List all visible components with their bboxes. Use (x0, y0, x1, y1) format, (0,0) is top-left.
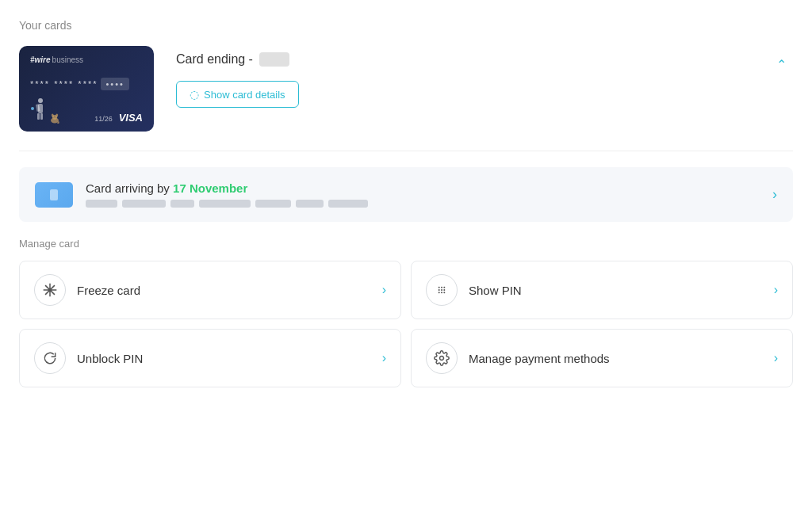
arriving-info: Card arriving by 17 November (86, 181, 760, 208)
arriving-date: 17 November (173, 181, 247, 195)
svg-point-18 (443, 287, 445, 288)
card-last-digits (259, 52, 289, 67)
freeze-card-item[interactable]: Freeze card › (19, 261, 401, 319)
svg-point-25 (440, 357, 444, 360)
svg-point-23 (441, 292, 442, 293)
manage-payment-item[interactable]: Manage payment methods › (411, 329, 793, 387)
card-info: Card ending - ◌ Show card details (154, 46, 793, 108)
svg-point-0 (38, 98, 43, 103)
refresh-icon (42, 350, 58, 366)
blurred-block-2 (122, 200, 166, 208)
blurred-block-4 (199, 200, 251, 208)
manage-grid: Freeze card › (19, 261, 793, 387)
svg-point-20 (441, 289, 442, 291)
show-pin-icon-circle (426, 274, 458, 306)
freeze-card-chevron-icon: › (382, 283, 386, 297)
gear-icon (434, 350, 450, 366)
manage-payment-icon-circle (426, 342, 458, 374)
card-expiry: 11/26 (94, 115, 113, 123)
arriving-card-section[interactable]: Card arriving by 17 November › (19, 167, 793, 222)
card-brand-suffix: business (52, 55, 83, 64)
freeze-icon-circle (34, 274, 66, 306)
card-section: #wire business **** **** **** •••• (19, 46, 793, 151)
svg-point-21 (443, 289, 445, 291)
manage-payment-chevron-icon: › (774, 351, 778, 365)
blurred-block-6 (296, 200, 324, 208)
arriving-card-icon (35, 182, 73, 208)
person-illustration (30, 97, 48, 124)
card-illustration (30, 97, 60, 124)
blurred-block-1 (86, 200, 117, 208)
svg-point-15 (48, 288, 51, 291)
svg-point-5 (31, 107, 34, 110)
unblock-pin-chevron-icon: › (382, 351, 386, 365)
page-container: Your cards #wire business **** **** ****… (0, 0, 812, 406)
unblock-pin-icon-circle (34, 342, 66, 374)
collapse-chevron-icon[interactable]: ⌃ (776, 57, 787, 72)
blurred-block-3 (170, 200, 194, 208)
card-ending-label: Card ending - (176, 52, 253, 67)
manage-section: Manage card Freeze card › (19, 238, 793, 387)
manage-payment-label: Manage payment methods (469, 352, 763, 365)
blurred-block-5 (255, 200, 291, 208)
svg-point-17 (441, 287, 442, 288)
snowflake-icon (42, 282, 58, 298)
eye-icon: ◌ (190, 88, 199, 101)
card-chip (50, 189, 58, 200)
freeze-card-label: Freeze card (77, 284, 371, 297)
show-card-details-button[interactable]: ◌ Show card details (176, 81, 299, 108)
dog-illustration (49, 111, 60, 124)
card-footer: 11/26 VISA (30, 97, 143, 124)
card-brand-prefix: #wire (30, 55, 51, 64)
card-visual: #wire business **** **** **** •••• (19, 46, 154, 132)
arriving-title: Card arriving by 17 November (86, 181, 760, 195)
arriving-chevron-icon: › (772, 186, 777, 203)
show-pin-chevron-icon: › (774, 283, 778, 297)
blurred-block-7 (328, 200, 368, 208)
grid-icon (434, 282, 450, 298)
page-title: Your cards (19, 19, 793, 32)
unblock-pin-item[interactable]: Unblock PIN › (19, 329, 401, 387)
show-pin-item[interactable]: Show PIN › (411, 261, 793, 319)
card-number: **** **** **** •••• (30, 78, 143, 90)
arriving-title-prefix: Card arriving by (86, 181, 173, 195)
show-pin-label: Show PIN (469, 284, 763, 297)
svg-point-16 (439, 287, 440, 288)
card-ending-row: Card ending - (176, 52, 793, 67)
svg-point-19 (439, 289, 440, 291)
unblock-pin-label: Unblock PIN (77, 352, 371, 365)
svg-point-22 (439, 292, 440, 293)
manage-section-title: Manage card (19, 238, 793, 250)
svg-point-24 (443, 292, 445, 293)
arriving-subtitle (86, 200, 760, 208)
card-network: VISA (119, 112, 143, 124)
svg-rect-3 (37, 113, 40, 120)
svg-rect-4 (40, 113, 43, 120)
show-card-details-label: Show card details (204, 89, 285, 101)
